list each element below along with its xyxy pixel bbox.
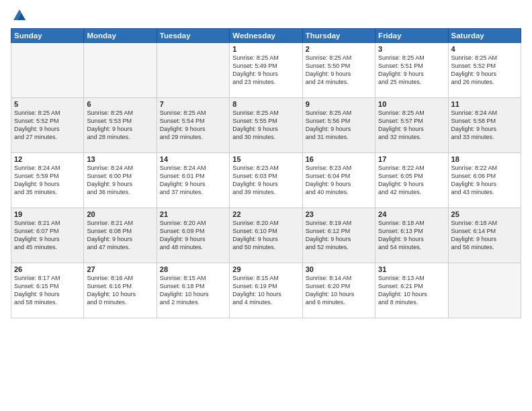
- day-cell: 20Sunrise: 8:21 AM Sunset: 6:08 PM Dayli…: [84, 208, 157, 263]
- week-row-3: 12Sunrise: 8:24 AM Sunset: 5:59 PM Dayli…: [11, 153, 521, 208]
- day-cell: 27Sunrise: 8:16 AM Sunset: 6:16 PM Dayli…: [84, 263, 157, 318]
- logo-icon: [12, 8, 27, 23]
- day-info: Sunrise: 8:18 AM Sunset: 6:13 PM Dayligh…: [378, 219, 445, 252]
- day-number: 12: [14, 155, 81, 163]
- day-cell: 22Sunrise: 8:20 AM Sunset: 6:10 PM Dayli…: [230, 208, 302, 263]
- day-info: Sunrise: 8:25 AM Sunset: 5:55 PM Dayligh…: [232, 109, 299, 142]
- day-info: Sunrise: 8:14 AM Sunset: 6:20 PM Dayligh…: [306, 274, 372, 307]
- day-cell: 6Sunrise: 8:25 AM Sunset: 5:53 PM Daylig…: [84, 98, 157, 153]
- day-info: Sunrise: 8:23 AM Sunset: 6:03 PM Dayligh…: [232, 164, 299, 197]
- day-info: Sunrise: 8:24 AM Sunset: 6:01 PM Dayligh…: [160, 164, 226, 197]
- day-info: Sunrise: 8:25 AM Sunset: 5:57 PM Dayligh…: [378, 109, 445, 142]
- day-number: 25: [451, 210, 518, 218]
- day-cell: 30Sunrise: 8:14 AM Sunset: 6:20 PM Dayli…: [302, 263, 375, 318]
- day-cell: 23Sunrise: 8:19 AM Sunset: 6:12 PM Dayli…: [302, 208, 375, 263]
- day-number: 5: [14, 100, 81, 108]
- day-number: 30: [306, 265, 372, 273]
- header-cell-saturday: Saturday: [448, 29, 521, 43]
- day-number: 14: [160, 155, 226, 163]
- day-info: Sunrise: 8:16 AM Sunset: 6:16 PM Dayligh…: [87, 274, 153, 307]
- header-cell-friday: Friday: [375, 29, 448, 43]
- day-cell: 16Sunrise: 8:23 AM Sunset: 6:04 PM Dayli…: [302, 153, 375, 208]
- day-number: 4: [451, 45, 518, 53]
- day-cell: 3Sunrise: 8:25 AM Sunset: 5:51 PM Daylig…: [375, 43, 448, 98]
- day-number: 8: [232, 100, 299, 108]
- day-cell: 8Sunrise: 8:25 AM Sunset: 5:55 PM Daylig…: [230, 98, 302, 153]
- day-number: 24: [378, 210, 445, 218]
- header-row: SundayMondayTuesdayWednesdayThursdayFrid…: [11, 29, 521, 43]
- day-cell: 24Sunrise: 8:18 AM Sunset: 6:13 PM Dayli…: [375, 208, 448, 263]
- day-info: Sunrise: 8:21 AM Sunset: 6:07 PM Dayligh…: [14, 219, 81, 252]
- day-number: 20: [87, 210, 153, 218]
- day-info: Sunrise: 8:25 AM Sunset: 5:52 PM Dayligh…: [14, 109, 81, 142]
- day-info: Sunrise: 8:24 AM Sunset: 6:00 PM Dayligh…: [87, 164, 153, 197]
- day-cell: [157, 43, 229, 98]
- day-info: Sunrise: 8:23 AM Sunset: 6:04 PM Dayligh…: [306, 164, 372, 197]
- day-cell: 11Sunrise: 8:24 AM Sunset: 5:58 PM Dayli…: [448, 98, 521, 153]
- day-cell: 4Sunrise: 8:25 AM Sunset: 5:52 PM Daylig…: [448, 43, 521, 98]
- day-cell: [448, 263, 521, 318]
- day-cell: 29Sunrise: 8:15 AM Sunset: 6:19 PM Dayli…: [230, 263, 302, 318]
- day-cell: 10Sunrise: 8:25 AM Sunset: 5:57 PM Dayli…: [375, 98, 448, 153]
- day-cell: 18Sunrise: 8:22 AM Sunset: 6:06 PM Dayli…: [448, 153, 521, 208]
- day-number: 10: [378, 100, 445, 108]
- day-number: 27: [87, 265, 153, 273]
- day-info: Sunrise: 8:25 AM Sunset: 5:53 PM Dayligh…: [87, 109, 153, 142]
- day-cell: 12Sunrise: 8:24 AM Sunset: 5:59 PM Dayli…: [11, 153, 84, 208]
- day-info: Sunrise: 8:24 AM Sunset: 5:58 PM Dayligh…: [451, 109, 518, 142]
- day-number: 13: [87, 155, 153, 163]
- day-cell: 15Sunrise: 8:23 AM Sunset: 6:03 PM Dayli…: [230, 153, 302, 208]
- header-cell-wednesday: Wednesday: [230, 29, 302, 43]
- day-cell: 28Sunrise: 8:15 AM Sunset: 6:18 PM Dayli…: [157, 263, 229, 318]
- logo: [11, 8, 27, 23]
- day-info: Sunrise: 8:21 AM Sunset: 6:08 PM Dayligh…: [87, 219, 153, 252]
- day-number: 15: [232, 155, 299, 163]
- day-number: 22: [232, 210, 299, 218]
- week-row-5: 26Sunrise: 8:17 AM Sunset: 6:15 PM Dayli…: [11, 263, 521, 318]
- day-info: Sunrise: 8:13 AM Sunset: 6:21 PM Dayligh…: [378, 274, 445, 307]
- day-info: Sunrise: 8:25 AM Sunset: 5:49 PM Dayligh…: [232, 54, 299, 87]
- day-cell: 2Sunrise: 8:25 AM Sunset: 5:50 PM Daylig…: [302, 43, 375, 98]
- day-info: Sunrise: 8:25 AM Sunset: 5:52 PM Dayligh…: [451, 54, 518, 87]
- day-cell: 19Sunrise: 8:21 AM Sunset: 6:07 PM Dayli…: [11, 208, 84, 263]
- day-info: Sunrise: 8:22 AM Sunset: 6:05 PM Dayligh…: [378, 164, 445, 197]
- day-number: 6: [87, 100, 153, 108]
- day-info: Sunrise: 8:20 AM Sunset: 6:09 PM Dayligh…: [160, 219, 226, 252]
- header-cell-sunday: Sunday: [11, 29, 84, 43]
- day-info: Sunrise: 8:18 AM Sunset: 6:14 PM Dayligh…: [451, 219, 518, 252]
- day-cell: 25Sunrise: 8:18 AM Sunset: 6:14 PM Dayli…: [448, 208, 521, 263]
- day-info: Sunrise: 8:24 AM Sunset: 5:59 PM Dayligh…: [14, 164, 81, 197]
- day-number: 16: [306, 155, 372, 163]
- calendar: SundayMondayTuesdayWednesdayThursdayFrid…: [11, 28, 521, 318]
- day-cell: 17Sunrise: 8:22 AM Sunset: 6:05 PM Dayli…: [375, 153, 448, 208]
- day-info: Sunrise: 8:19 AM Sunset: 6:12 PM Dayligh…: [306, 219, 372, 252]
- day-cell: [11, 43, 84, 98]
- day-info: Sunrise: 8:25 AM Sunset: 5:51 PM Dayligh…: [378, 54, 445, 87]
- day-number: 19: [14, 210, 81, 218]
- week-row-2: 5Sunrise: 8:25 AM Sunset: 5:52 PM Daylig…: [11, 98, 521, 153]
- day-info: Sunrise: 8:25 AM Sunset: 5:50 PM Dayligh…: [306, 54, 372, 87]
- header-cell-monday: Monday: [84, 29, 157, 43]
- day-number: 2: [306, 45, 372, 53]
- day-cell: [84, 43, 157, 98]
- day-cell: 14Sunrise: 8:24 AM Sunset: 6:01 PM Dayli…: [157, 153, 229, 208]
- day-number: 31: [378, 265, 445, 273]
- day-info: Sunrise: 8:15 AM Sunset: 6:18 PM Dayligh…: [160, 274, 226, 307]
- day-number: 11: [451, 100, 518, 108]
- day-info: Sunrise: 8:15 AM Sunset: 6:19 PM Dayligh…: [232, 274, 299, 307]
- day-info: Sunrise: 8:25 AM Sunset: 5:56 PM Dayligh…: [306, 109, 372, 142]
- day-number: 17: [378, 155, 445, 163]
- day-cell: 21Sunrise: 8:20 AM Sunset: 6:09 PM Dayli…: [157, 208, 229, 263]
- day-info: Sunrise: 8:25 AM Sunset: 5:54 PM Dayligh…: [160, 109, 226, 142]
- day-number: 1: [232, 45, 299, 53]
- header: [11, 8, 521, 23]
- day-number: 9: [306, 100, 372, 108]
- day-cell: 26Sunrise: 8:17 AM Sunset: 6:15 PM Dayli…: [11, 263, 84, 318]
- day-cell: 13Sunrise: 8:24 AM Sunset: 6:00 PM Dayli…: [84, 153, 157, 208]
- day-cell: 31Sunrise: 8:13 AM Sunset: 6:21 PM Dayli…: [375, 263, 448, 318]
- day-cell: 5Sunrise: 8:25 AM Sunset: 5:52 PM Daylig…: [11, 98, 84, 153]
- week-row-1: 1Sunrise: 8:25 AM Sunset: 5:49 PM Daylig…: [11, 43, 521, 98]
- day-number: 18: [451, 155, 518, 163]
- day-info: Sunrise: 8:20 AM Sunset: 6:10 PM Dayligh…: [232, 219, 299, 252]
- day-number: 29: [232, 265, 299, 273]
